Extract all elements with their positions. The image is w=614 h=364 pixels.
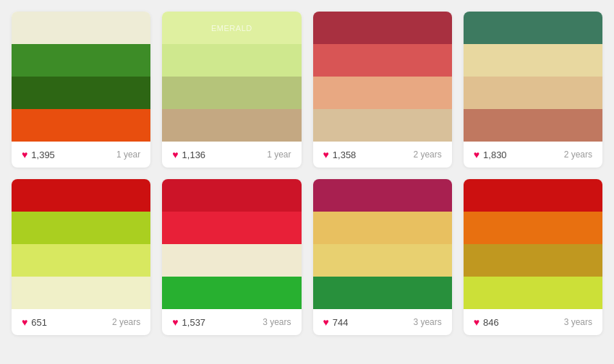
likes-7[interactable]: ♥744 xyxy=(323,316,349,328)
likes-count-2: 1,136 xyxy=(182,150,206,160)
swatch-8-4 xyxy=(464,277,602,309)
likes-5[interactable]: ♥651 xyxy=(22,316,47,328)
swatch-6-3 xyxy=(162,244,301,277)
swatch-2-2 xyxy=(162,44,301,77)
card-footer-5: ♥6512 years xyxy=(12,309,150,335)
time-4: 2 years xyxy=(564,150,592,160)
swatch-4-1 xyxy=(464,12,602,44)
palette-card-1[interactable]: ♥1,3951 year xyxy=(12,12,150,168)
swatch-6-4 xyxy=(162,277,301,309)
likes-count-8: 846 xyxy=(483,317,499,328)
time-7: 3 years xyxy=(413,317,441,327)
palette-swatches-2: EMERALD xyxy=(162,12,301,142)
palette-card-4[interactable]: ♥1,8302 years xyxy=(464,12,602,168)
swatch-5-4 xyxy=(12,277,150,309)
palette-grid: ♥1,3951 yearEMERALD♥1,1361 year♥1,3582 y… xyxy=(12,12,602,335)
swatch-3-2 xyxy=(313,44,452,77)
heart-icon-4[interactable]: ♥ xyxy=(474,149,479,160)
likes-count-7: 744 xyxy=(333,317,349,328)
swatch-7-3 xyxy=(313,244,452,277)
time-6: 3 years xyxy=(263,317,291,327)
heart-icon-6[interactable]: ♥ xyxy=(172,316,178,328)
likes-2[interactable]: ♥1,136 xyxy=(172,149,205,160)
likes-8[interactable]: ♥846 xyxy=(474,316,499,328)
swatch-1-1 xyxy=(12,12,150,44)
likes-count-1: 1,395 xyxy=(31,150,55,160)
swatch-2-4 xyxy=(162,109,301,142)
time-3: 2 years xyxy=(413,150,441,160)
swatch-3-4 xyxy=(313,109,452,142)
likes-6[interactable]: ♥1,537 xyxy=(172,316,205,328)
swatch-1-4 xyxy=(12,109,150,142)
likes-3[interactable]: ♥1,358 xyxy=(323,149,357,160)
palette-swatches-5 xyxy=(12,179,150,309)
card-footer-4: ♥1,8302 years xyxy=(464,142,602,168)
swatch-7-2 xyxy=(313,212,452,244)
time-5: 2 years xyxy=(112,317,140,327)
likes-1[interactable]: ♥1,395 xyxy=(22,149,55,160)
swatch-1-2 xyxy=(12,44,150,77)
likes-count-6: 1,537 xyxy=(182,317,206,328)
swatch-7-1 xyxy=(313,179,452,212)
swatch-8-3 xyxy=(464,244,602,277)
heart-icon-8[interactable]: ♥ xyxy=(474,316,479,328)
swatch-7-4 xyxy=(313,277,452,309)
palette-card-7[interactable]: ♥7443 years xyxy=(313,179,452,335)
palette-swatches-1 xyxy=(12,12,150,142)
swatch-6-1 xyxy=(162,179,301,212)
palette-card-6[interactable]: ♥1,5373 years xyxy=(162,179,301,335)
swatch-8-1 xyxy=(464,179,602,212)
card-footer-3: ♥1,3582 years xyxy=(313,142,452,168)
swatch-4-2 xyxy=(464,44,602,77)
swatch-8-2 xyxy=(464,212,602,244)
swatch-4-3 xyxy=(464,77,602,109)
palette-card-2[interactable]: EMERALD♥1,1361 year xyxy=(162,12,301,168)
heart-icon-5[interactable]: ♥ xyxy=(22,316,27,328)
palette-swatches-8 xyxy=(464,179,602,309)
palette-swatches-7 xyxy=(313,179,452,309)
swatch-2-3 xyxy=(162,77,301,109)
heart-icon-7[interactable]: ♥ xyxy=(323,316,329,328)
palette-card-5[interactable]: ♥6512 years xyxy=(12,179,150,335)
palette-swatches-6 xyxy=(162,179,301,309)
time-8: 3 years xyxy=(564,317,592,327)
likes-count-5: 651 xyxy=(31,317,47,328)
time-1: 1 year xyxy=(116,150,140,160)
likes-count-3: 1,358 xyxy=(333,150,357,160)
heart-icon-2[interactable]: ♥ xyxy=(172,149,178,160)
card-footer-7: ♥7443 years xyxy=(313,309,452,335)
palette-swatches-3 xyxy=(313,12,452,142)
time-2: 1 year xyxy=(267,150,291,160)
likes-4[interactable]: ♥1,830 xyxy=(474,149,507,160)
swatch-6-2 xyxy=(162,212,301,244)
swatch-2-1: EMERALD xyxy=(162,12,301,44)
palette-card-3[interactable]: ♥1,3582 years xyxy=(313,12,452,168)
swatch-4-4 xyxy=(464,109,602,142)
card-footer-8: ♥8463 years xyxy=(464,309,602,335)
swatch-label-2-1: EMERALD xyxy=(211,24,252,32)
swatch-3-3 xyxy=(313,77,452,109)
heart-icon-3[interactable]: ♥ xyxy=(323,149,329,160)
swatch-1-3 xyxy=(12,77,150,109)
swatch-3-1 xyxy=(313,12,452,44)
swatch-5-2 xyxy=(12,212,150,244)
card-footer-6: ♥1,5373 years xyxy=(162,309,301,335)
card-footer-2: ♥1,1361 year xyxy=(162,142,301,168)
likes-count-4: 1,830 xyxy=(483,150,507,160)
card-footer-1: ♥1,3951 year xyxy=(12,142,150,168)
palette-swatches-4 xyxy=(464,12,602,142)
heart-icon-1[interactable]: ♥ xyxy=(22,149,27,160)
swatch-5-1 xyxy=(12,179,150,212)
swatch-5-3 xyxy=(12,244,150,277)
palette-card-8[interactable]: ♥8463 years xyxy=(464,179,602,335)
